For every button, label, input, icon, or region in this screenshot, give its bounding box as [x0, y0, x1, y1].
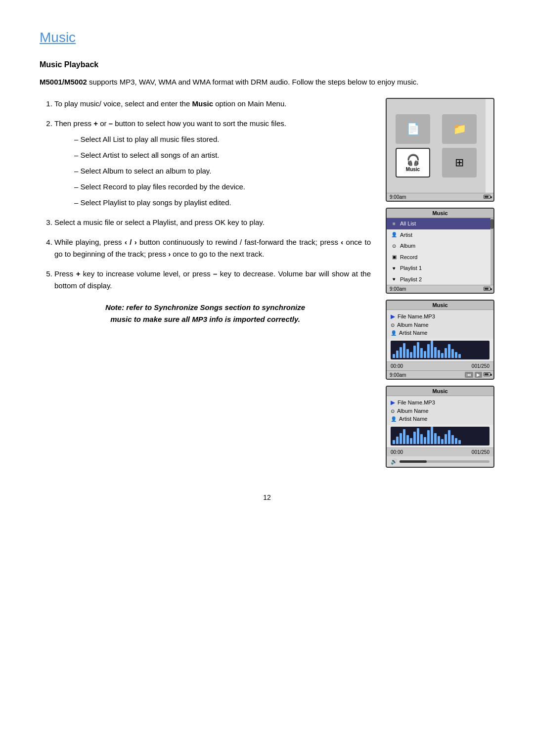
menu-item-album: ⊙ Album — [387, 240, 490, 252]
screen1-grid: 📄 📁 🎧 Music ⊞ — [392, 114, 481, 178]
volume-icon: 🔊 — [391, 458, 398, 465]
wave-bar — [451, 435, 454, 444]
artist-icon: 👤 — [391, 231, 398, 238]
screen3-footer: 00:00 001/250 — [387, 361, 493, 370]
folder-icon: 📁 — [453, 123, 466, 135]
screen4-footer: 00:00 001/250 — [387, 447, 493, 456]
wave-bar — [403, 429, 405, 444]
wave-bar — [417, 428, 419, 444]
screen3-controls: ⏮ ▶ — [465, 372, 490, 378]
wave-bar — [393, 440, 395, 444]
page-number: 12 — [40, 493, 494, 501]
wave-bar — [448, 430, 450, 444]
wave-bar — [455, 438, 457, 444]
music-label: Music — [406, 167, 420, 172]
step-1: To play music/ voice, select and enter t… — [54, 98, 371, 110]
screen1-statusbar: 9:00am — [387, 193, 493, 201]
screen3-time-current: 00:00 — [391, 363, 403, 369]
album-icon: ⊙ — [391, 242, 398, 250]
steps-list: To play music/ voice, select and enter t… — [40, 98, 371, 292]
playlist1-label: Playlist 1 — [400, 264, 422, 272]
artist-icon2: 👤 — [391, 330, 397, 336]
play-icon: ▶ — [391, 313, 395, 320]
volume-bar-area: 🔊 — [387, 456, 493, 467]
wave-bar — [458, 440, 461, 444]
screen1-content: 📄 📁 🎧 Music ⊞ — [387, 99, 486, 193]
wave-bar — [448, 344, 450, 358]
wave-bar — [410, 438, 412, 444]
battery-icon2 — [484, 286, 490, 292]
screen3-time: 9:00am — [390, 372, 406, 378]
screen4-title: Music — [387, 387, 493, 396]
subitem-artist: Select Artist to select all songs of an … — [74, 149, 371, 161]
section-heading: Music Playback — [40, 60, 494, 69]
wave-bar — [441, 353, 444, 358]
playlist1-icon: ♥ — [391, 265, 398, 272]
wave-bar — [393, 354, 395, 358]
menu-item-playlist2: ♥ Playlist 2 — [387, 274, 490, 285]
wave-bar — [396, 351, 399, 358]
document-icon: 📄 — [406, 123, 420, 135]
playlist2-icon: ♥ — [391, 275, 398, 283]
wave-bar — [403, 343, 405, 358]
device-column: 📄 📁 🎧 Music ⊞ — [386, 98, 494, 474]
screen4-album-row: ⊙ Album Name — [391, 407, 490, 415]
scrollbar-thumb — [490, 219, 493, 229]
screen3-filename-row: ▶ File Name.MP3 — [391, 312, 490, 321]
wave-bar — [451, 349, 454, 358]
menu-icon-music-selected: 🎧 Music — [396, 148, 430, 178]
screen3-artist-row: 👤 Artist Name — [391, 329, 490, 337]
wave-bar — [420, 348, 423, 358]
prev-icon: ⏮ — [465, 372, 473, 378]
step-2: Then press + or – button to select how y… — [54, 118, 371, 209]
wave-bar — [413, 346, 416, 358]
artist-icon3: 👤 — [391, 416, 397, 422]
wave-bar — [417, 342, 419, 358]
screen2-title: Music — [387, 209, 493, 218]
screen2-list: ≡ All List 👤 Artist ⊙ Album ▣ Record — [387, 218, 490, 285]
wave-bar — [420, 434, 423, 444]
wave-bar — [431, 341, 433, 358]
screen3-album: Album Name — [397, 322, 429, 328]
subitem-alllist: Select All List to play all music files … — [74, 133, 371, 145]
volume-track — [400, 460, 490, 463]
wave-bar — [438, 350, 440, 358]
screen3-waveform — [391, 341, 490, 359]
artist-label: Artist — [400, 231, 412, 239]
screen2: Music ≡ All List 👤 Artist ⊙ Album — [386, 208, 494, 294]
screen3-info: ▶ File Name.MP3 ⊙ Album Name 👤 Artist Na… — [387, 310, 493, 339]
subitem-record: Select Record to play files recorded by … — [74, 181, 371, 193]
wave-bar — [458, 354, 461, 358]
menu-item-record: ▣ Record — [387, 252, 490, 263]
screen1: 📄 📁 🎧 Music ⊞ — [386, 98, 494, 202]
wave-bar — [424, 351, 426, 358]
screen3-title: Music — [387, 301, 493, 310]
menu-icon-settings: ⊞ — [442, 148, 477, 178]
screen4-info: ▶ File Name.MP3 ⊙ Album Name 👤 Artist Na… — [387, 396, 493, 425]
step-2-subitems: Select All List to play all music files … — [54, 133, 371, 209]
alllist-label: All List — [400, 220, 416, 228]
menu-item-alllist: ≡ All List — [387, 218, 490, 229]
screen4-time-current: 00:00 — [391, 449, 403, 455]
content-area: To play music/ voice, select and enter t… — [40, 98, 494, 474]
wave-bar — [406, 435, 409, 444]
wave-bar — [438, 436, 440, 444]
screen3: Music ▶ File Name.MP3 ⊙ Album Name 👤 Art… — [386, 300, 494, 380]
wave-bar — [410, 352, 412, 358]
screen3-album-row: ⊙ Album Name — [391, 321, 490, 329]
screen2-list-area: ≡ All List 👤 Artist ⊙ Album ▣ Record — [387, 218, 493, 285]
wave-bar — [434, 347, 437, 358]
wave-bar — [427, 344, 430, 358]
menu-icon-folder: 📁 — [442, 114, 477, 144]
step-3: Select a music file or select a Playlist… — [54, 217, 371, 228]
wave-bar — [400, 433, 402, 444]
wave-bar — [431, 427, 433, 444]
wave-bar — [396, 437, 399, 444]
record-label: Record — [400, 253, 417, 262]
screen4-filename: File Name.MP3 — [398, 400, 435, 405]
screen4: Music ▶ File Name.MP3 ⊙ Album Name 👤 Art… — [386, 386, 494, 468]
wave-bar — [400, 347, 402, 358]
screen4-time-total: 001/250 — [472, 449, 490, 455]
wave-bar — [455, 352, 457, 358]
album-icon3: ⊙ — [391, 408, 395, 414]
